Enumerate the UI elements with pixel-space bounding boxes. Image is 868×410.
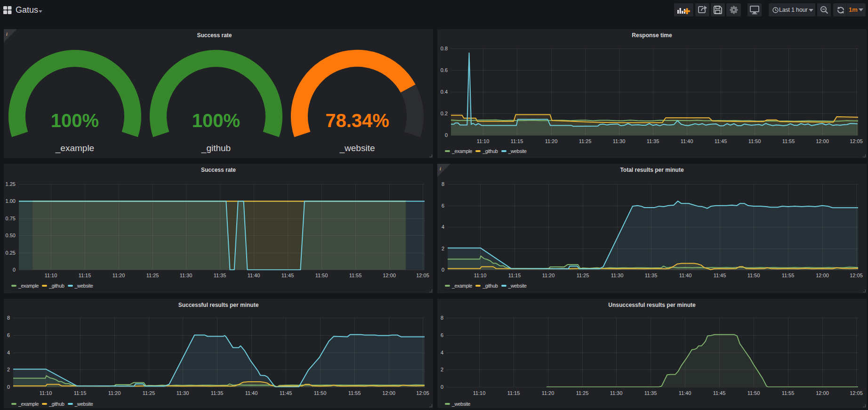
svg-text:11:45: 11:45 xyxy=(280,390,292,396)
svg-text:12:00: 12:00 xyxy=(383,273,396,278)
svg-text:i: i xyxy=(440,166,441,171)
svg-text:_github: _github xyxy=(201,143,231,153)
svg-text:11:20: 11:20 xyxy=(108,390,121,396)
svg-text:6: 6 xyxy=(441,332,443,338)
svg-text:0: 0 xyxy=(13,267,16,273)
svg-text:11:35: 11:35 xyxy=(214,273,226,278)
svg-text:11:25: 11:25 xyxy=(577,273,589,278)
svg-text:11:25: 11:25 xyxy=(579,138,592,144)
svg-text:0.4: 0.4 xyxy=(441,89,448,95)
svg-text:0: 0 xyxy=(445,132,448,138)
svg-text:11:20: 11:20 xyxy=(113,273,125,278)
svg-text:2: 2 xyxy=(441,367,443,372)
svg-text:11:50: 11:50 xyxy=(747,390,760,396)
svg-text:4: 4 xyxy=(7,350,10,355)
svg-text:11:35: 11:35 xyxy=(647,138,659,144)
svg-text:8: 8 xyxy=(441,315,443,321)
svg-text:6: 6 xyxy=(442,203,444,209)
svg-text:4: 4 xyxy=(442,224,444,230)
svg-text:11:15: 11:15 xyxy=(508,273,521,278)
svg-text:6: 6 xyxy=(7,332,10,338)
svg-text:11:10: 11:10 xyxy=(45,273,57,278)
svg-text:11:25: 11:25 xyxy=(146,273,159,278)
svg-text:11:55: 11:55 xyxy=(782,390,795,396)
svg-text:11:45: 11:45 xyxy=(713,390,726,396)
svg-text:11:25: 11:25 xyxy=(576,390,589,396)
svg-text:12:00: 12:00 xyxy=(816,273,829,278)
svg-text:11:40: 11:40 xyxy=(248,273,260,278)
svg-text:12:00: 12:00 xyxy=(382,390,395,396)
svg-text:4: 4 xyxy=(441,350,443,355)
svg-text:11:30: 11:30 xyxy=(613,138,626,144)
svg-text:11:50: 11:50 xyxy=(314,390,327,396)
svg-text:11:10: 11:10 xyxy=(474,273,487,278)
svg-text:11:30: 11:30 xyxy=(177,390,189,396)
svg-text:11:25: 11:25 xyxy=(143,390,155,396)
svg-text:12:05: 12:05 xyxy=(850,390,863,396)
svg-text:11:20: 11:20 xyxy=(545,138,558,144)
svg-text:11:45: 11:45 xyxy=(715,138,727,144)
svg-text:_website: _website xyxy=(339,143,375,153)
svg-text:11:35: 11:35 xyxy=(645,273,658,278)
svg-text:2: 2 xyxy=(7,367,10,372)
svg-text:11:40: 11:40 xyxy=(245,390,258,396)
svg-text:11:35: 11:35 xyxy=(211,390,224,396)
svg-text:11:55: 11:55 xyxy=(349,273,362,278)
svg-text:2: 2 xyxy=(442,246,444,251)
svg-text:0: 0 xyxy=(7,384,10,390)
svg-text:11:20: 11:20 xyxy=(542,273,555,278)
svg-text:_example: _example xyxy=(55,143,94,153)
svg-text:11:40: 11:40 xyxy=(681,138,693,144)
svg-text:11:30: 11:30 xyxy=(611,273,624,278)
svg-text:i: i xyxy=(6,32,8,37)
svg-text:12:00: 12:00 xyxy=(816,138,829,144)
svg-text:11:15: 11:15 xyxy=(511,138,523,144)
svg-text:11:50: 11:50 xyxy=(747,273,760,278)
svg-text:11:10: 11:10 xyxy=(477,138,490,144)
svg-text:8: 8 xyxy=(442,181,444,187)
svg-text:11:50: 11:50 xyxy=(315,273,328,278)
svg-text:11:10: 11:10 xyxy=(40,390,52,396)
svg-text:11:10: 11:10 xyxy=(473,390,486,396)
svg-text:0.2: 0.2 xyxy=(441,111,448,116)
svg-text:0.8: 0.8 xyxy=(441,46,448,51)
svg-text:11:55: 11:55 xyxy=(782,138,795,144)
svg-text:0: 0 xyxy=(441,384,443,390)
svg-text:11:45: 11:45 xyxy=(281,273,294,278)
svg-text:0.50: 0.50 xyxy=(6,233,16,238)
svg-text:11:50: 11:50 xyxy=(748,138,761,144)
svg-text:11:40: 11:40 xyxy=(679,273,692,278)
svg-text:11:20: 11:20 xyxy=(542,390,555,396)
svg-text:11:30: 11:30 xyxy=(610,390,623,396)
svg-text:11:15: 11:15 xyxy=(507,390,520,396)
svg-text:11:30: 11:30 xyxy=(180,273,193,278)
svg-text:0.75: 0.75 xyxy=(6,216,16,221)
svg-text:11:45: 11:45 xyxy=(714,273,726,278)
svg-text:11:15: 11:15 xyxy=(79,273,91,278)
svg-text:12:05: 12:05 xyxy=(416,390,429,396)
svg-text:12:00: 12:00 xyxy=(816,390,829,396)
svg-text:11:55: 11:55 xyxy=(782,273,795,278)
svg-text:11:40: 11:40 xyxy=(679,390,691,396)
svg-text:8: 8 xyxy=(7,315,10,321)
svg-text:11:15: 11:15 xyxy=(74,390,87,396)
svg-text:12:05: 12:05 xyxy=(850,138,863,144)
svg-text:12:05: 12:05 xyxy=(416,273,429,278)
svg-text:100%: 100% xyxy=(51,110,99,131)
svg-text:0: 0 xyxy=(442,267,444,273)
svg-text:1.00: 1.00 xyxy=(6,198,16,204)
svg-text:11:55: 11:55 xyxy=(348,390,361,396)
svg-text:0.25: 0.25 xyxy=(6,250,16,256)
svg-text:0.6: 0.6 xyxy=(441,67,448,73)
svg-text:11:35: 11:35 xyxy=(644,390,657,396)
svg-text:78.34%: 78.34% xyxy=(325,110,389,131)
svg-text:12:05: 12:05 xyxy=(850,273,863,278)
svg-text:1.25: 1.25 xyxy=(6,181,16,187)
svg-text:100%: 100% xyxy=(192,110,240,131)
